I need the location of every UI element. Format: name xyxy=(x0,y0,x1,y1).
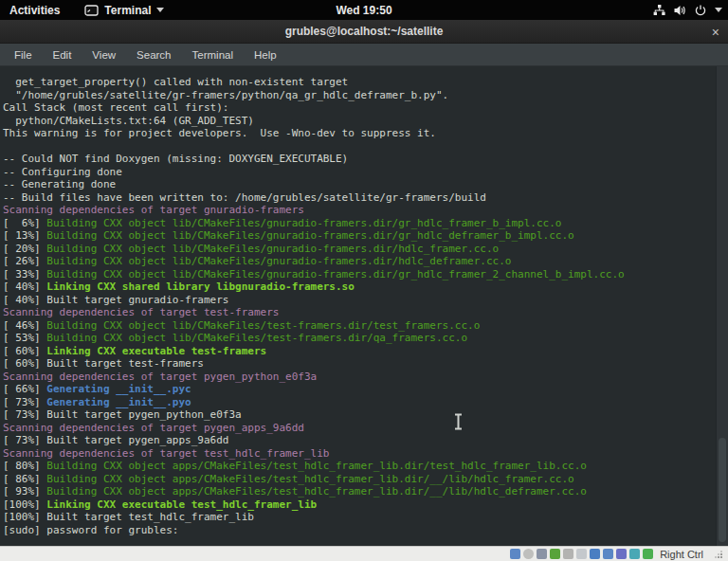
terminal-line: [ 86%] Building CXX object apps/CMakeFil… xyxy=(3,473,713,486)
terminal-line: [ 60%] Linking CXX executable test-frame… xyxy=(3,345,713,358)
window-title: grubles@localhost:~/satellite xyxy=(285,25,444,38)
terminal-line: [ 73%] Built target pygen_python_e0f3a xyxy=(3,408,713,422)
network-icon xyxy=(653,5,665,16)
usb-icon[interactable] xyxy=(563,549,573,559)
terminal-menu-bar: File Edit View Search Terminal Help xyxy=(0,44,728,66)
mouse-integration-icon[interactable] xyxy=(629,549,640,559)
terminal-line: This warning is for project developers. … xyxy=(3,127,713,140)
terminal-line: [ 40%] Linking CXX shared library libgnu… xyxy=(3,280,713,294)
terminal-line: Scanning dependencies of target gnuradio… xyxy=(3,204,713,217)
close-icon[interactable]: × xyxy=(712,20,719,44)
virtualbox-status-bar: Right Ctrl xyxy=(0,546,728,561)
gnome-top-bar: Activities Terminal Wed 19:50 xyxy=(0,0,728,20)
optical-drive-icon[interactable] xyxy=(523,549,534,559)
terminal-line: [ 26%] Building CXX object lib/CMakeFile… xyxy=(3,255,713,268)
window-title-bar[interactable]: grubles@localhost:~/satellite × xyxy=(0,20,728,44)
shared-folders-icon[interactable] xyxy=(576,549,587,559)
menu-terminal[interactable]: Terminal xyxy=(182,44,244,66)
harddisk-icon[interactable] xyxy=(510,549,520,559)
terminal-line: [ 46%] Building CXX object lib/CMakeFile… xyxy=(3,319,713,333)
terminal-line: -- Could NOT find Doxygen (missing: DOXY… xyxy=(3,153,713,166)
terminal-line: [ 66%] Generating __init__.pyc xyxy=(3,383,713,396)
terminal-line: get_target_property() called with non-ex… xyxy=(3,76,713,89)
terminal-scrollbar[interactable] xyxy=(716,66,728,546)
terminal-line: [ 33%] Building CXX object lib/CMakeFile… xyxy=(3,268,713,281)
terminal-line: [100%] Built target test_hdlc_framer_lib xyxy=(3,511,713,524)
terminal-output[interactable]: get_target_property() called with non-ex… xyxy=(0,66,728,546)
menu-file[interactable]: File xyxy=(4,44,43,66)
vbox-status-icons xyxy=(510,549,653,559)
terminal-line: [100%] Linking CXX executable test_hdlc_… xyxy=(3,498,713,512)
terminal-line: [ 40%] Built target gnuradio-framers xyxy=(3,294,713,307)
menu-view[interactable]: View xyxy=(82,44,126,66)
clock[interactable]: Wed 19:50 xyxy=(0,4,728,17)
terminal-line: Scanning dependencies of target pygen_ap… xyxy=(3,422,713,435)
audio-icon[interactable] xyxy=(537,549,547,559)
terminal-line: [ 13%] Building CXX object lib/CMakeFile… xyxy=(3,229,713,243)
menu-edit[interactable]: Edit xyxy=(43,44,82,66)
host-key-label: Right Ctrl xyxy=(660,549,703,560)
terminal-line: "/home/grubles/satellite/gr-framers/pyth… xyxy=(3,89,713,102)
terminal-line: [ 6%] Building CXX object lib/CMakeFiles… xyxy=(3,217,713,230)
terminal-line xyxy=(3,140,713,154)
chevron-down-icon xyxy=(715,8,722,12)
system-status-area[interactable] xyxy=(653,0,722,20)
terminal-line: [ 20%] Building CXX object lib/CMakeFile… xyxy=(3,243,713,256)
network-adapter-icon[interactable] xyxy=(550,549,560,559)
terminal-line: [ 73%] Generating __init__.pyo xyxy=(3,396,713,409)
terminal-line: Scanning dependencies of target test_hdl… xyxy=(3,447,713,461)
terminal-line: [ 80%] Building CXX object apps/CMakeFil… xyxy=(3,460,713,473)
terminal-line: [ 53%] Building CXX object lib/CMakeFile… xyxy=(3,332,713,345)
terminal-line: [ 73%] Built target pygen_apps_9a6dd xyxy=(3,434,713,447)
features-icon[interactable] xyxy=(616,549,627,559)
terminal-line: Scanning dependencies of target pygen_py… xyxy=(3,371,713,384)
terminal-line: Scanning dependencies of target test-fra… xyxy=(3,306,713,319)
scrollbar-thumb[interactable] xyxy=(719,438,726,542)
terminal-line: -- Configuring done xyxy=(3,166,713,179)
terminal-line: python/CMakeLists.txt:64 (GR_ADD_TEST) xyxy=(3,115,713,128)
display-icon[interactable] xyxy=(590,549,600,559)
recording-icon[interactable] xyxy=(603,549,613,559)
terminal-line: [ 60%] Built target test-framers xyxy=(3,357,713,371)
terminal-line: -- Generating done xyxy=(3,178,713,191)
menu-search[interactable]: Search xyxy=(126,44,181,66)
host-key-state-icon[interactable] xyxy=(643,549,653,559)
power-icon xyxy=(695,5,706,16)
terminal-line: Call Stack (most recent call first): xyxy=(3,101,713,115)
volume-icon xyxy=(674,5,686,16)
terminal-line: [ 93%] Building CXX object apps/CMakeFil… xyxy=(3,485,713,498)
menu-help[interactable]: Help xyxy=(244,44,287,66)
ibeam-cursor xyxy=(452,413,464,434)
resize-grip-icon[interactable] xyxy=(715,551,722,558)
terminal-line: -- Build files have been written to: /ho… xyxy=(3,191,713,205)
terminal-line: [sudo] password for grubles: xyxy=(3,524,713,537)
